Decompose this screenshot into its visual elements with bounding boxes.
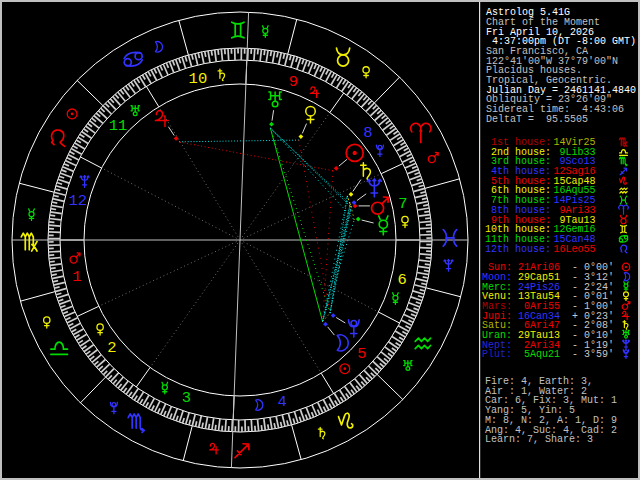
svg-text:4: 4 (277, 393, 286, 411)
svg-text:1: 1 (72, 268, 81, 286)
svg-text:8: 8 (363, 124, 372, 142)
svg-text:11: 11 (109, 117, 128, 135)
svg-text:12: 12 (68, 192, 87, 210)
svg-text:2: 2 (107, 339, 116, 357)
svg-text:DeltaT = 95.5505: DeltaT = 95.5505 (486, 114, 588, 125)
svg-text:Plut:: Plut: (482, 349, 512, 360)
svg-text:12th house:: 12th house: (485, 244, 551, 255)
svg-text:5: 5 (357, 345, 366, 363)
svg-text:16Leo55: 16Leo55 (553, 244, 595, 255)
svg-text:10: 10 (189, 70, 208, 88)
svg-text:6: 6 (398, 271, 407, 289)
svg-text:5Aqu21: 5Aqu21 (518, 349, 560, 360)
svg-text:9: 9 (289, 73, 298, 91)
svg-text:3: 3 (182, 389, 191, 407)
svg-text:Learn: 7, Share: 3: Learn: 7, Share: 3 (485, 434, 593, 445)
svg-text:7: 7 (398, 195, 407, 213)
svg-text:- 3°59': - 3°59' (572, 349, 614, 360)
